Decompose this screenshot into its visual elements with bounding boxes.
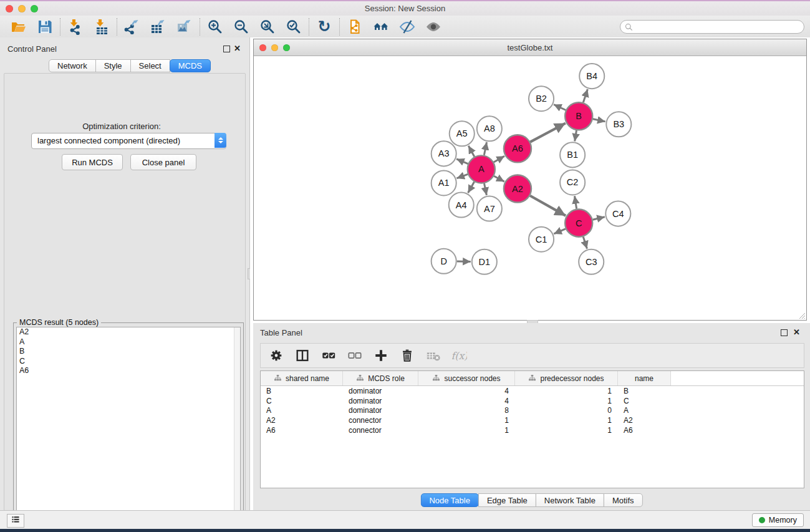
app-titlebar[interactable]: Session: New Session <box>0 1 810 16</box>
tab-network-table[interactable]: Network Table <box>536 493 604 507</box>
node-C[interactable]: C <box>565 210 592 237</box>
table-row[interactable]: A2connector11A2 <box>261 415 804 425</box>
node-C2[interactable]: C2 <box>560 170 585 195</box>
mcds-result-item[interactable]: B <box>17 347 240 357</box>
export-table-icon[interactable] <box>149 18 168 36</box>
home-icon[interactable] <box>372 18 390 36</box>
column-header-name[interactable]: name <box>618 371 671 385</box>
window-resize-grip[interactable] <box>798 311 806 319</box>
optimization-criterion-dropdown[interactable]: largest connected component (directed) <box>31 133 226 149</box>
run-mcds-button[interactable]: Run MCDS <box>62 154 123 170</box>
edge-C-C1[interactable] <box>554 229 566 234</box>
search-input[interactable] <box>635 21 800 32</box>
node-A4[interactable]: A4 <box>449 193 474 218</box>
zoom-in-icon[interactable] <box>206 18 224 36</box>
edge-A-A8[interactable] <box>484 142 486 155</box>
tab-network[interactable]: Network <box>49 59 96 72</box>
edge-A-A5[interactable] <box>468 146 475 157</box>
delete-selected-icon[interactable] <box>399 347 415 364</box>
export-image-icon[interactable] <box>175 18 194 36</box>
edge-B-B3[interactable] <box>593 119 605 122</box>
node-A7[interactable]: A7 <box>477 196 502 221</box>
dropdown-stepper-icon[interactable] <box>215 133 226 148</box>
deselect-all-icon[interactable] <box>347 347 363 364</box>
node-B1[interactable]: B1 <box>560 142 585 167</box>
node-A6[interactable]: A6 <box>504 135 531 162</box>
node-table[interactable]: shared nameMCDS rolesuccessor nodesprede… <box>260 370 804 488</box>
table-panel-close-icon[interactable]: ✕ <box>793 327 800 337</box>
edge-A-A1[interactable] <box>456 174 468 178</box>
edge-A-A3[interactable] <box>456 159 468 164</box>
gear-icon[interactable] <box>268 347 284 364</box>
mcds-list-scrollbar[interactable] <box>234 327 240 530</box>
edge-A6-B[interactable] <box>530 123 566 142</box>
column-header-MCDS-role[interactable]: MCDS role <box>343 371 418 385</box>
memory-button[interactable]: Memory <box>752 513 804 527</box>
tab-motifs[interactable]: Motifs <box>604 493 643 507</box>
node-B[interactable]: B <box>565 102 592 130</box>
tab-select[interactable]: Select <box>130 59 170 72</box>
mcds-result-list[interactable]: A2ABCA6 <box>16 327 241 531</box>
node-B4[interactable]: B4 <box>579 64 604 89</box>
column-header-predecessor-nodes[interactable]: predecessor nodes <box>515 371 618 385</box>
edge-C-C4[interactable] <box>593 217 605 220</box>
zoom-out-icon[interactable] <box>232 18 251 36</box>
table-row[interactable]: Bdominator41B <box>261 386 804 396</box>
refresh-icon[interactable]: ↻ <box>315 18 334 36</box>
network-canvas[interactable]: B4B2BB3A8A5A6A3B1AC2A1A2A4A7C4CC1DD1C3 <box>254 56 806 320</box>
edge-C-C2[interactable] <box>575 196 577 209</box>
hide-graphics-details-icon[interactable] <box>424 18 443 36</box>
network-window-titlebar[interactable]: testGlobe.txt <box>254 39 806 56</box>
select-all-icon[interactable] <box>321 347 337 364</box>
table-panel-float-icon[interactable] <box>781 329 788 336</box>
tab-node-table[interactable]: Node Table <box>420 493 479 507</box>
node-C4[interactable]: C4 <box>605 201 630 226</box>
mcds-result-item[interactable]: A <box>17 337 240 347</box>
edge-B-B1[interactable] <box>575 130 577 142</box>
task-history-button[interactable] <box>7 514 24 528</box>
tab-edge-table[interactable]: Edge Table <box>478 493 536 507</box>
column-header-successor-nodes[interactable]: successor nodes <box>418 371 515 385</box>
tab-mcds[interactable]: MCDS <box>170 59 211 72</box>
table-row[interactable]: A6connector11A6 <box>261 425 804 435</box>
mcds-result-item[interactable]: A6 <box>17 366 240 376</box>
export-network-icon[interactable] <box>123 18 142 36</box>
control-panel-close-icon[interactable]: ✕ <box>234 43 241 54</box>
node-A8[interactable]: A8 <box>477 116 502 141</box>
table-row[interactable]: Cdominator41C <box>261 396 804 406</box>
zoom-fit-icon[interactable] <box>258 18 277 36</box>
edge-A-A7[interactable] <box>484 183 486 195</box>
node-D[interactable]: D <box>432 249 456 274</box>
import-network-icon[interactable] <box>66 18 85 36</box>
mcds-result-item[interactable]: A2 <box>17 327 240 337</box>
column-header-shared-name[interactable]: shared name <box>261 371 343 385</box>
node-A2[interactable]: A2 <box>504 175 531 202</box>
save-session-icon[interactable] <box>36 18 54 36</box>
control-panel-float-icon[interactable] <box>223 46 230 52</box>
add-column-icon[interactable] <box>373 347 389 364</box>
node-C1[interactable]: C1 <box>529 227 554 252</box>
toggle-columns-icon[interactable] <box>294 347 311 364</box>
node-C3[interactable]: C3 <box>579 249 604 274</box>
node-A5[interactable]: A5 <box>450 121 475 146</box>
edge-B-B4[interactable] <box>583 89 587 102</box>
edge-C-C3[interactable] <box>583 237 587 249</box>
zoom-selected-icon[interactable] <box>284 18 303 36</box>
edge-A-A2[interactable] <box>494 176 504 181</box>
node-D1[interactable]: D1 <box>472 249 497 274</box>
tab-style[interactable]: Style <box>95 59 131 72</box>
edge-A2-C[interactable] <box>530 196 566 216</box>
network-view-window[interactable]: testGlobe.txt B4B2BB3A8A5A6A3B1AC2A1A2A4… <box>253 39 807 321</box>
show-graphics-details-icon[interactable] <box>398 18 417 36</box>
node-A1[interactable]: A1 <box>432 170 456 195</box>
import-table-icon[interactable] <box>92 18 111 36</box>
mcds-result-item[interactable]: C <box>17 357 240 367</box>
table-row[interactable]: Adominator80A <box>261 405 804 415</box>
edge-B-B2[interactable] <box>554 105 566 110</box>
node-A3[interactable]: A3 <box>432 141 456 166</box>
close-panel-button[interactable]: Close panel <box>130 154 196 170</box>
edge-A-A6[interactable] <box>494 156 504 162</box>
node-A[interactable]: A <box>468 155 495 183</box>
edge-A-A4[interactable] <box>468 182 475 193</box>
node-B3[interactable]: B3 <box>606 112 631 137</box>
